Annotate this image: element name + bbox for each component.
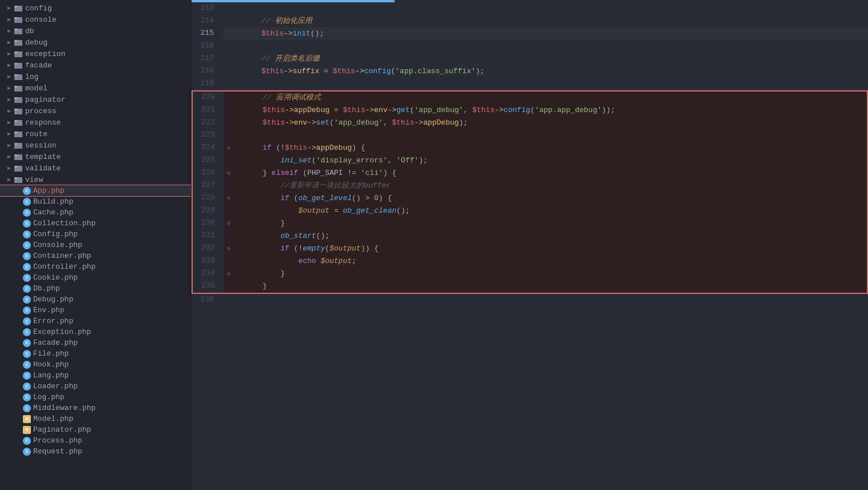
- line-number: 214: [192, 15, 223, 27]
- line-number: 236: [192, 294, 223, 306]
- fold-gutter: [224, 154, 233, 167]
- file-label: Model.php: [33, 415, 189, 423]
- fold-icon: ⊖: [227, 195, 230, 202]
- sidebar-item-exception[interactable]: exception: [0, 48, 191, 59]
- code-editor: 213 214 // 初始化应用215 $this->init();216 21…: [192, 0, 868, 490]
- line-content: $this->init();: [232, 27, 868, 40]
- sidebar-item-Process-php[interactable]: C Process.php: [0, 435, 191, 446]
- sidebar-item-Log-php[interactable]: C Log.php: [0, 392, 191, 403]
- sidebar-item-log[interactable]: log: [0, 71, 191, 82]
- line-content: if (!$this->appDebug) {: [233, 142, 867, 154]
- fold-gutter[interactable]: ⊖: [224, 142, 233, 154]
- folder-icon: [14, 141, 23, 150]
- sidebar-item-Middleware-php[interactable]: C Middleware.php: [0, 403, 191, 413]
- sidebar-item-validate[interactable]: validate: [0, 162, 191, 174]
- sidebar-item-view[interactable]: view: [0, 174, 191, 185]
- svg-rect-3: [14, 17, 18, 19]
- php-file-icon: C: [23, 383, 31, 391]
- sidebar-item-Container-php[interactable]: C Container.php: [0, 250, 191, 261]
- fold-gutter[interactable]: ⊖: [224, 217, 233, 230]
- fold-gutter[interactable]: ⊖: [224, 242, 233, 255]
- sidebar-item-response[interactable]: response: [0, 117, 191, 128]
- sidebar-item-db[interactable]: db: [0, 25, 191, 37]
- line-number: 222: [193, 117, 224, 129]
- sidebar-item-Console-php[interactable]: C Console.php: [0, 240, 191, 250]
- file-label: Request.php: [33, 447, 189, 456]
- sidebar-item-File-php[interactable]: C File.php: [0, 348, 191, 359]
- line-content: $output = ob_get_clean();: [233, 205, 867, 217]
- sidebar-item-Error-php[interactable]: C Error.php: [0, 316, 191, 326]
- sidebar-item-route[interactable]: route: [0, 128, 191, 140]
- sidebar-item-Model-php[interactable]: M Model.php: [0, 413, 191, 424]
- fold-gutter[interactable]: ⊖: [224, 268, 233, 280]
- svg-rect-7: [14, 40, 18, 42]
- php-file-icon: C: [23, 317, 31, 325]
- sidebar-item-Exception-php[interactable]: C Exception.php: [0, 326, 191, 337]
- folder-icon: [14, 15, 23, 24]
- sidebar-item-Env-php[interactable]: C Env.php: [0, 305, 191, 316]
- folder-icon: [14, 61, 23, 70]
- line-content: // 初始化应用: [232, 15, 868, 27]
- sidebar-item-Cache-php[interactable]: C Cache.php: [0, 207, 191, 218]
- line-number: 219: [192, 78, 223, 90]
- php-file-icon: C: [23, 285, 31, 293]
- fold-gutter: [223, 15, 232, 27]
- sidebar-item-Config-php[interactable]: C Config.php: [0, 229, 191, 240]
- php-file-icon: C: [23, 296, 31, 304]
- folder-icon: [14, 3, 23, 13]
- file-label: Container.php: [33, 252, 189, 260]
- folder-arrow-icon: [5, 129, 14, 138]
- sidebar-item-process[interactable]: process: [0, 105, 191, 117]
- sidebar-item-Controller-php[interactable]: C Controller.php: [0, 261, 191, 272]
- sidebar-item-console[interactable]: console: [0, 14, 191, 25]
- code-line-234: 234⊖ }: [192, 268, 868, 280]
- sidebar-item-template[interactable]: template: [0, 151, 191, 162]
- folder-arrow-icon: [5, 26, 14, 35]
- code-line-217: 217 // 开启类名后缀: [192, 53, 868, 65]
- folder-label: template: [25, 153, 189, 161]
- code-line-236: 236: [192, 294, 868, 306]
- code-line-227: 227 //重新申请一块比较大的buffer: [192, 180, 868, 192]
- sidebar-item-debug[interactable]: debug: [0, 37, 191, 48]
- sidebar-item-Cookie-php[interactable]: C Cookie.php: [0, 272, 191, 283]
- sidebar-item-facade[interactable]: facade: [0, 59, 191, 71]
- svg-rect-5: [14, 29, 18, 30]
- sidebar-item-App-php[interactable]: C App.php: [0, 185, 191, 196]
- sidebar-item-Hook-php[interactable]: C Hook.php: [0, 359, 191, 370]
- svg-rect-31: [14, 177, 18, 179]
- file-label: Build.php: [33, 197, 189, 206]
- sidebar-item-Build-php[interactable]: C Build.php: [0, 196, 191, 207]
- sidebar-item-Collection-php[interactable]: C Collection.php: [0, 218, 191, 229]
- file-label: Lang.php: [33, 371, 189, 380]
- fold-gutter[interactable]: ⊖: [224, 167, 233, 180]
- folder-arrow-icon: [5, 95, 14, 104]
- sidebar-item-Lang-php[interactable]: C Lang.php: [0, 370, 191, 381]
- sidebar-item-session[interactable]: session: [0, 140, 191, 151]
- line-number: 223: [193, 129, 224, 142]
- fold-gutter[interactable]: ⊖: [224, 192, 233, 205]
- sidebar-item-Db-php[interactable]: C Db.php: [0, 283, 191, 294]
- code-line-230: 230⊖ }: [192, 217, 868, 230]
- sidebar-item-Request-php[interactable]: C Request.php: [0, 446, 191, 457]
- sidebar-item-model[interactable]: model: [0, 82, 191, 94]
- code-line-219: 219: [192, 78, 868, 90]
- sidebar-item-Facade-php[interactable]: C Facade.php: [0, 337, 191, 348]
- sidebar-item-Loader-php[interactable]: C Loader.php: [0, 381, 191, 392]
- sidebar-item-config[interactable]: config: [0, 2, 191, 14]
- folder-arrow-icon: [5, 61, 14, 70]
- file-label: Cookie.php: [33, 273, 189, 282]
- code-line-226: 226⊖ } elseif (PHP_SAPI != 'cli') {: [192, 167, 868, 180]
- sidebar-item-Paginator-php[interactable]: M Paginator.php: [0, 424, 191, 435]
- fold-gutter: [224, 230, 233, 242]
- php-file-icon: C: [23, 437, 31, 445]
- sidebar-item-Debug-php[interactable]: C Debug.php: [0, 294, 191, 305]
- line-content: } elseif (PHP_SAPI != 'cli') {: [233, 167, 867, 180]
- sidebar-item-paginator[interactable]: paginator: [0, 94, 191, 105]
- fold-gutter: [224, 205, 233, 217]
- code-line-231: 231 ob_start();: [192, 230, 868, 242]
- folder-arrow-icon: [5, 38, 14, 47]
- line-number: 226: [193, 167, 224, 180]
- fold-icon: ⊖: [227, 270, 230, 277]
- fold-gutter: [224, 180, 233, 192]
- svg-rect-27: [14, 154, 18, 156]
